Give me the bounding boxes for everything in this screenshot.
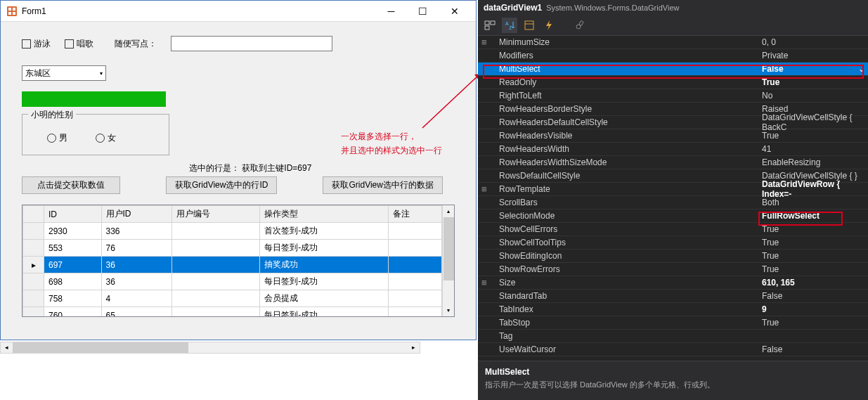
row-header[interactable]	[23, 240, 44, 257]
row-header-corner[interactable]	[23, 206, 44, 223]
events-icon[interactable]	[541, 18, 557, 33]
property-row[interactable]: RowHeadersWidthSizeModeEnableResizing	[478, 156, 868, 169]
freewrite-input[interactable]	[171, 36, 332, 51]
property-value[interactable]: False	[758, 291, 868, 301]
expand-icon[interactable]: ⊞	[478, 39, 491, 46]
get-selected-rowid-button[interactable]: 获取GridView选中的行ID	[166, 176, 277, 194]
row-header[interactable]: ▸	[23, 257, 44, 273]
property-row[interactable]: ShowCellToolTipsTrue	[478, 236, 868, 250]
column-header[interactable]: 备注	[389, 206, 442, 223]
property-row[interactable]: ⊞MinimumSize0, 0	[478, 36, 868, 49]
property-value[interactable]: No	[758, 91, 868, 101]
table-row[interactable]: 69836每日签到-成功	[23, 273, 442, 290]
property-row[interactable]: TabStopTrue	[478, 316, 868, 330]
property-row[interactable]: ModifiersPrivate	[478, 49, 868, 63]
property-row[interactable]: UseWaitCursorFalse	[478, 343, 868, 356]
property-value[interactable]: Both	[758, 198, 868, 207]
scroll-down-icon[interactable]: ▾	[443, 304, 454, 316]
property-value[interactable]: True	[758, 251, 868, 261]
table-row[interactable]: ▸69736抽奖成功	[23, 257, 442, 273]
property-grid[interactable]: ⊞MinimumSize0, 0ModifiersPrivateMultiSel…	[478, 36, 868, 356]
property-value[interactable]: Private	[758, 51, 868, 60]
horizontal-scrollbar[interactable]: ◂ ▸	[0, 342, 420, 354]
property-row[interactable]: SelectionModeFullRowSelect	[478, 209, 868, 223]
maximize-button[interactable]: ☐	[407, 1, 439, 21]
property-value[interactable]: False	[758, 344, 868, 354]
scroll-right-icon[interactable]: ▸	[408, 342, 420, 353]
property-row[interactable]: MultiSelectFalse⌄	[478, 63, 868, 76]
dropdown-icon[interactable]: ⌄	[855, 64, 868, 74]
svg-rect-15	[579, 20, 583, 25]
property-row[interactable]: ScrollBarsBoth	[478, 196, 868, 209]
column-header[interactable]: 用户编号	[172, 206, 260, 223]
district-combo[interactable]: 东城区 ▾	[22, 65, 106, 81]
property-value[interactable]: True	[758, 77, 868, 87]
radio-male[interactable]: 男	[47, 132, 67, 144]
property-row[interactable]: RightToLeftNo	[478, 89, 868, 103]
property-value[interactable]: True	[758, 318, 868, 328]
property-row[interactable]: ShowRowErrorsTrue	[478, 263, 868, 276]
row-header[interactable]	[23, 307, 44, 317]
property-row[interactable]: Tag	[478, 330, 868, 343]
property-name: UseWaitCursor	[491, 344, 758, 354]
property-row[interactable]: RowHeadersWidth41	[478, 143, 868, 156]
property-value[interactable]: True	[758, 264, 868, 274]
property-value[interactable]: 9	[758, 304, 868, 314]
property-value[interactable]: EnableResizing	[758, 157, 868, 167]
categorized-icon[interactable]	[482, 18, 498, 33]
property-pages-icon[interactable]	[572, 18, 588, 33]
radio-female[interactable]: 女	[96, 132, 116, 144]
row-header[interactable]	[23, 223, 44, 240]
property-name: StandardTab	[491, 291, 758, 301]
property-value[interactable]: 610, 165	[758, 278, 868, 288]
grid-vertical-scrollbar[interactable]: ▴ ▾	[442, 205, 454, 316]
properties-icon[interactable]	[522, 18, 537, 33]
scroll-left-icon[interactable]: ◂	[1, 342, 13, 353]
column-header[interactable]: 用户ID	[101, 206, 172, 223]
property-value[interactable]: True	[758, 131, 868, 141]
property-row[interactable]: ⊞Size610, 165	[478, 276, 868, 290]
table-row[interactable]: 2930336首次签到-成功	[23, 223, 442, 240]
form-titlebar[interactable]: Form1 ─ ☐ ✕	[1, 1, 476, 22]
property-value[interactable]: 41	[758, 144, 868, 154]
property-name: RowHeadersDefaultCellStyle	[491, 117, 758, 127]
property-value[interactable]: 0, 0	[758, 37, 868, 47]
row-header[interactable]	[23, 290, 44, 307]
table-row[interactable]: 76065每日签到-成功	[23, 307, 442, 317]
minimize-button[interactable]: ─	[375, 1, 407, 21]
scroll-up-icon[interactable]: ▴	[443, 205, 454, 217]
table-row[interactable]: 7584会员提成	[23, 290, 442, 307]
property-row[interactable]: ReadOnlyTrue	[478, 76, 868, 89]
expand-icon[interactable]: ⊞	[478, 186, 491, 193]
property-row[interactable]: StandardTabFalse	[478, 290, 868, 303]
property-value[interactable]: False	[758, 64, 855, 74]
property-value[interactable]: FullRowSelect	[758, 211, 868, 221]
property-value[interactable]: True	[758, 238, 868, 247]
get-selected-rowdata-button[interactable]: 获取GridView选中行的数据	[323, 176, 442, 194]
scrollbar-thumb[interactable]	[13, 342, 188, 353]
scrollbar-thumb[interactable]	[443, 217, 454, 280]
close-button[interactable]: ✕	[439, 1, 470, 21]
checkbox-sing[interactable]: 唱歌	[65, 38, 93, 50]
table-row[interactable]: 55376每日签到-成功	[23, 240, 442, 257]
alphabetical-icon[interactable]: AZ	[502, 18, 517, 33]
row-header[interactable]	[23, 273, 44, 290]
property-name: TabIndex	[491, 304, 758, 314]
property-row[interactable]: RowHeadersVisibleTrue	[478, 129, 868, 143]
property-name: ShowCellToolTips	[491, 238, 758, 247]
column-header[interactable]: 操作类型	[260, 206, 389, 223]
property-value[interactable]: True	[758, 224, 868, 234]
property-row[interactable]: ShowCellErrorsTrue	[478, 223, 868, 236]
data-grid-view[interactable]: ID用户ID用户编号操作类型备注2930336首次签到-成功55376每日签到-…	[22, 205, 455, 317]
checkbox-swim[interactable]: 游泳	[22, 38, 51, 50]
property-name: RowHeadersBorderStyle	[491, 104, 758, 114]
property-value[interactable]: DataGridViewRow { Index=-	[758, 179, 868, 199]
submit-get-values-button[interactable]: 点击提交获取数值	[22, 176, 120, 194]
property-row[interactable]: TabIndex9	[478, 303, 868, 316]
column-header[interactable]: ID	[44, 206, 102, 223]
property-value[interactable]: DataGridViewCellStyle { BackC	[758, 112, 868, 132]
property-row[interactable]: ShowEditingIconTrue	[478, 250, 868, 263]
property-row[interactable]: RowHeadersDefaultCellStyleDataGridViewCe…	[478, 116, 868, 129]
property-row[interactable]: ⊞RowTemplateDataGridViewRow { Index=-	[478, 183, 868, 196]
expand-icon[interactable]: ⊞	[478, 279, 491, 286]
